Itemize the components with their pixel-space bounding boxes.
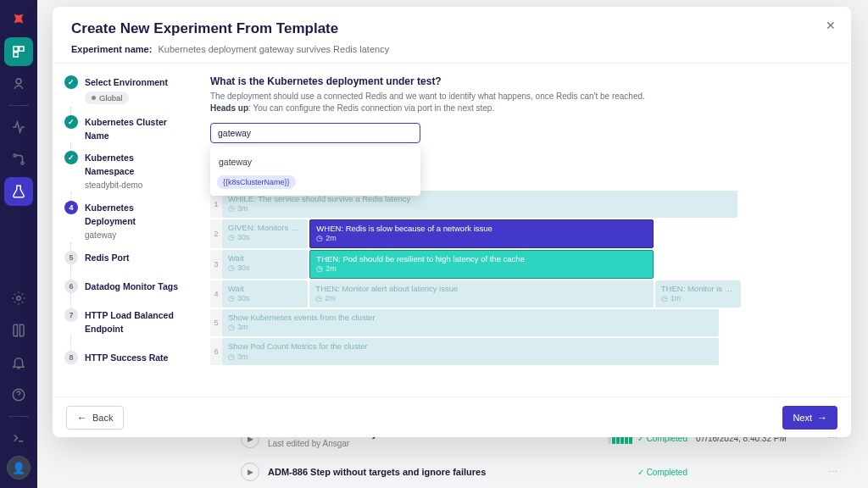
timeline-cell[interactable]: THEN: Pod should be resilient to high la… [309,250,653,279]
step-number: 6 [64,280,78,293]
step-item[interactable]: 6Datadog Monitor Tags [64,280,185,293]
nav-item-docs[interactable] [4,316,33,345]
timeline-cell[interactable]: WHEN: Redis is slow because of a network… [309,219,653,248]
step-item[interactable]: 4Kubernetes Deployment [64,201,185,228]
nav-rail: 👤 [0,0,37,488]
row-number: 5 [210,309,222,336]
svg-point-6 [17,297,21,301]
timeline-row: 6Show Pod Count Metrics for the cluster3… [210,338,836,365]
step-label: Kubernetes Namespace [85,151,185,178]
timeline-cell[interactable]: Show Kubernetes events from the cluster3… [222,309,719,336]
timeline-row: 4Wait30sTHEN: Monitor alert about latenc… [210,280,836,308]
step-item[interactable]: 5Redis Port [64,251,185,264]
step-item[interactable]: 8HTTP Success Rate [64,351,185,364]
svg-rect-2 [14,53,18,57]
step-label: Redis Port [85,251,130,264]
timeline-row: 2GIVEN: Monitors are gr…30sWHEN: Redis i… [210,219,836,248]
nav-item-terminal[interactable] [4,424,33,452]
nav-item-settings[interactable] [4,284,33,313]
timeline-cell[interactable]: Show Pod Count Metrics for the cluster3m [222,338,719,365]
more-icon[interactable]: ⋯ [823,467,843,478]
svg-rect-0 [14,47,18,51]
step-label: HTTP Load Balanced Endpoint [85,308,185,336]
step-label: Select Environment [85,75,168,89]
dropdown-item[interactable]: gateway [217,153,414,170]
step-label: Kubernetes Cluster Name [85,115,185,142]
close-button[interactable]: ✕ [822,17,839,34]
row-number: 3 [210,250,222,279]
timeline-cell[interactable]: THEN: Monitor alert about latency issue2… [309,280,653,308]
nav-item-route[interactable] [4,145,33,174]
step-nav: ✓Select EnvironmentGlobal✓Kubernetes Clu… [53,64,195,396]
experiment-name-label: Experiment name: [71,44,152,54]
nav-item-explorer[interactable] [4,69,33,98]
timeline-cell[interactable]: Wait30s [222,280,308,308]
nav-item-activity[interactable] [4,113,33,141]
dropdown-chip[interactable]: {{k8sClusterName}} [217,175,296,189]
modal-title: Create New Experiment From Template [71,20,832,37]
timeline: 1WHILE: The service should survive a Red… [210,191,836,365]
step-content: What is the Kubernetes deployment under … [195,64,851,396]
svg-rect-1 [19,47,24,51]
step-sub: steadybit-demo [85,180,185,190]
svg-point-5 [21,162,24,164]
step-number: 4 [64,201,78,214]
step-item[interactable]: 7HTTP Load Balanced Endpoint [64,308,185,336]
avatar[interactable]: 👤 [7,456,31,480]
svg-point-4 [14,154,16,157]
timeline-row: 3Wait30sTHEN: Pod should be resilient to… [210,250,836,279]
list-item[interactable]: ▶ ADM-886 Step without targets and ignor… [241,455,843,488]
next-button[interactable]: Next→ [782,406,837,430]
check-icon: ✓ [64,75,78,89]
play-icon[interactable]: ▶ [241,463,259,481]
check-icon: ✓ [64,115,78,129]
step-item[interactable]: ✓Select Environment [64,75,185,89]
svg-point-3 [16,79,21,84]
nav-item-experiments[interactable] [4,177,33,206]
timeline-cell[interactable]: GIVEN: Monitors are gr…30s [222,219,308,248]
step-number: 8 [64,351,78,364]
step-sub: Global [85,92,185,104]
create-experiment-modal: Create New Experiment From Template ✕ Ex… [53,7,851,437]
check-icon: ✓ [64,151,78,164]
step-number: 7 [64,308,78,322]
nav-item-landscape[interactable] [4,37,33,66]
experiment-name-value: Kubernetes deployment gateway survives R… [158,44,389,54]
step-label: Datadog Monitor Tags [85,280,178,293]
nav-item-help[interactable] [4,380,33,409]
timeline-row: 5Show Kubernetes events from the cluster… [210,309,836,336]
search-dropdown: gateway {{k8sClusterName}} [210,147,420,196]
step-item[interactable]: ✓Kubernetes Namespace [64,151,185,178]
step-sub: gateway [85,230,185,240]
row-number: 4 [210,280,222,308]
step-item[interactable]: ✓Kubernetes Cluster Name [64,115,185,142]
nav-item-notifications[interactable] [4,348,33,377]
deployment-search-input[interactable] [210,123,420,143]
question-description: The deployment should use a connected Re… [210,91,836,114]
step-label: HTTP Success Rate [85,351,168,364]
row-number: 2 [210,219,222,248]
step-label: Kubernetes Deployment [85,201,185,228]
question-title: What is the Kubernetes deployment under … [210,75,836,87]
backdrop: ▶ Last edited by Manuel Gerding 07/17/20… [37,0,868,488]
step-number: 5 [64,251,78,264]
back-button[interactable]: ←Back [66,406,124,430]
timeline-cell[interactable]: THEN: Monitor is back to green1m [655,280,741,308]
timeline-cell[interactable]: Wait30s [222,250,308,279]
row-number: 6 [210,338,222,365]
logo [7,7,31,30]
